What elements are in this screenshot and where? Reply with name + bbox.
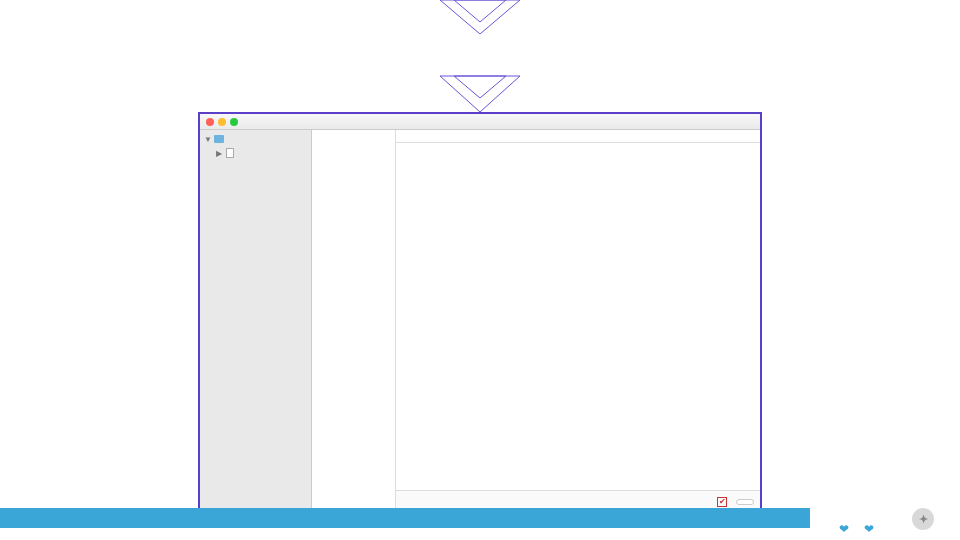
- svg-marker-2: [440, 76, 520, 112]
- watermark: ✦: [912, 508, 940, 530]
- bird-icon: ❤ ❤: [839, 522, 880, 536]
- bottom-strip: [0, 508, 810, 528]
- side-menu: [312, 130, 396, 512]
- close-icon[interactable]: [206, 118, 214, 126]
- svg-marker-3: [454, 76, 506, 98]
- svg-marker-0: [440, 0, 520, 34]
- titlebar: [200, 114, 760, 130]
- decor-chevron-top: [420, 0, 540, 44]
- copy-checkbox[interactable]: ✔: [717, 497, 730, 507]
- tree-root[interactable]: ▼: [200, 132, 311, 146]
- slide-title: [0, 0, 960, 58]
- content-header: [396, 130, 760, 143]
- start-edit-button[interactable]: [736, 499, 754, 505]
- traffic-lights[interactable]: [206, 118, 238, 126]
- zoom-icon[interactable]: [230, 118, 238, 126]
- minimize-icon[interactable]: [218, 118, 226, 126]
- app-window: ▼ ▶ ✔: [198, 112, 762, 514]
- project-tree[interactable]: ▼ ▶: [200, 130, 312, 512]
- file-icon: [226, 148, 234, 158]
- decor-chevron-bottom: [420, 70, 540, 114]
- disclosure-triangle-icon[interactable]: ▶: [216, 149, 224, 158]
- wechat-icon: ✦: [912, 508, 934, 530]
- checkmark-icon: ✔: [717, 497, 727, 507]
- module-list: [396, 143, 760, 490]
- tree-child[interactable]: ▶: [200, 146, 311, 160]
- disclosure-triangle-icon[interactable]: ▼: [204, 135, 212, 144]
- content-panel: ✔: [396, 130, 760, 512]
- folder-icon: [214, 135, 224, 143]
